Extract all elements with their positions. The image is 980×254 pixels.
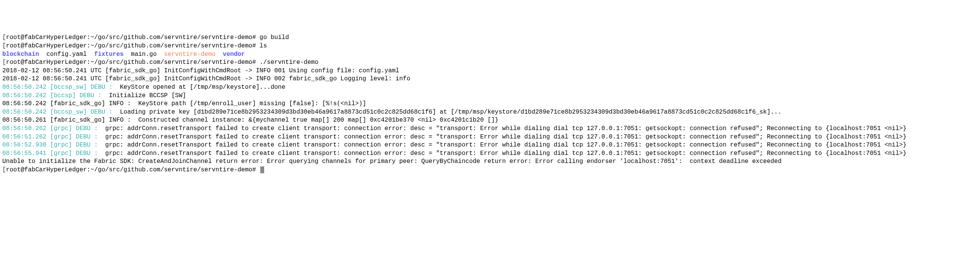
terminal-line: [root@fabCarHyperLedger:~/go/src/github.…	[2, 42, 978, 50]
text-segment: [	[2, 59, 6, 66]
terminal-line: 08:56:50.261 [fabric_sdk_go] INFO : Cons…	[2, 116, 978, 125]
text-segment: grpc: addrConn.resetTransport failed to …	[98, 142, 906, 148]
terminal-line: 2018-02-12 08:56:50.241 UTC [fabric_sdk_…	[2, 75, 978, 83]
terminal-line: 08:56:55.941 [grpc] DEBU : grpc: addrCon…	[2, 150, 978, 158]
terminal-line: 2018-02-12 08:56:50.241 UTC [fabric_sdk_…	[2, 67, 978, 75]
text-segment: 08:56:50.242 [bccsp_sw] DEBU :	[2, 109, 113, 116]
terminal-output: [root@fabCarHyperLedger:~/go/src/github.…	[2, 34, 978, 174]
text-segment: 08:56:50.261 [fabric_sdk_go] INFO : Cons…	[2, 117, 498, 124]
terminal-line: blockchain config.yaml fixtures main.go …	[2, 50, 978, 59]
text-segment: grpc: addrConn.resetTransport failed to …	[98, 150, 906, 157]
text-segment: 08:56:50.242 [bccsp] DEBU :	[2, 92, 101, 99]
text-segment: servntire-demo	[164, 51, 215, 58]
cursor	[260, 166, 264, 173]
text-segment	[216, 51, 223, 58]
text-segment: [	[2, 34, 6, 41]
text-segment: 08:56:52.930 [grpc] DEBU :	[2, 142, 98, 148]
terminal-line: 08:56:50.242 [bccsp_sw] DEBU : KeyStore …	[2, 83, 978, 92]
text-segment: vendor	[223, 51, 245, 58]
text-segment: Unable to initialize the Fabric SDK: Cre…	[2, 158, 782, 165]
terminal-line: [root@fabCarHyperLedger:~/go/src/github.…	[2, 166, 978, 174]
text-segment: [	[2, 42, 6, 49]
text-segment: root@fabCarHyperLedger:~/go/src/github.c…	[6, 166, 260, 173]
text-segment: root@fabCarHyperLedger:~/go/src/github.c…	[6, 59, 318, 66]
text-segment: KeyStore opened at [/tmp/msp/keystore]..…	[113, 84, 285, 91]
terminal-line: 08:56:52.930 [grpc] DEBU : grpc: addrCon…	[2, 141, 978, 150]
terminal-line: 08:56:51.262 [grpc] DEBU : grpc: addrCon…	[2, 133, 978, 142]
text-segment: grpc: addrConn.resetTransport failed to …	[98, 125, 906, 132]
text-segment: main.go	[124, 51, 164, 58]
terminal-line: 08:56:50.242 [bccsp] DEBU : Initialize B…	[2, 92, 978, 100]
text-segment: 2018-02-12 08:56:50.241 UTC [fabric_sdk_…	[2, 67, 399, 74]
text-segment: blockchain	[2, 51, 39, 58]
text-segment: root@fabCarHyperLedger:~/go/src/github.c…	[6, 42, 267, 49]
terminal-line: [root@fabCarHyperLedger:~/go/src/github.…	[2, 34, 978, 42]
text-segment: config.yaml	[39, 51, 94, 58]
terminal-line: 08:56:50.242 [bccsp_sw] DEBU : Loading p…	[2, 108, 978, 117]
text-segment: 2018-02-12 08:56:50.241 UTC [fabric_sdk_…	[2, 75, 410, 82]
terminal-line: Unable to initialize the Fabric SDK: Cre…	[2, 158, 978, 166]
text-segment: 08:56:51.262 [grpc] DEBU :	[2, 134, 98, 140]
terminal-line: 08:56:50.262 [grpc] DEBU : grpc: addrCon…	[2, 125, 978, 133]
terminal-line: 08:56:50.242 [fabric_sdk_go] INFO : KeyS…	[2, 100, 978, 108]
text-segment: 08:56:55.941 [grpc] DEBU :	[2, 150, 98, 157]
text-segment: [	[2, 166, 6, 173]
text-segment: 08:56:50.242 [fabric_sdk_go] INFO : KeyS…	[2, 100, 366, 107]
text-segment: 08:56:50.262 [grpc] DEBU :	[2, 125, 98, 132]
text-segment: Initialize BCCSP [SW]	[101, 92, 186, 99]
text-segment: root@fabCarHyperLedger:~/go/src/github.c…	[6, 34, 289, 41]
text-segment: 08:56:50.242 [bccsp_sw] DEBU :	[2, 84, 113, 91]
text-segment: Loading private key [d1bd289e71ce8b29532…	[113, 109, 781, 116]
text-segment: fixtures	[94, 51, 124, 58]
terminal-line: [root@fabCarHyperLedger:~/go/src/github.…	[2, 59, 978, 67]
text-segment: grpc: addrConn.resetTransport failed to …	[98, 134, 906, 140]
